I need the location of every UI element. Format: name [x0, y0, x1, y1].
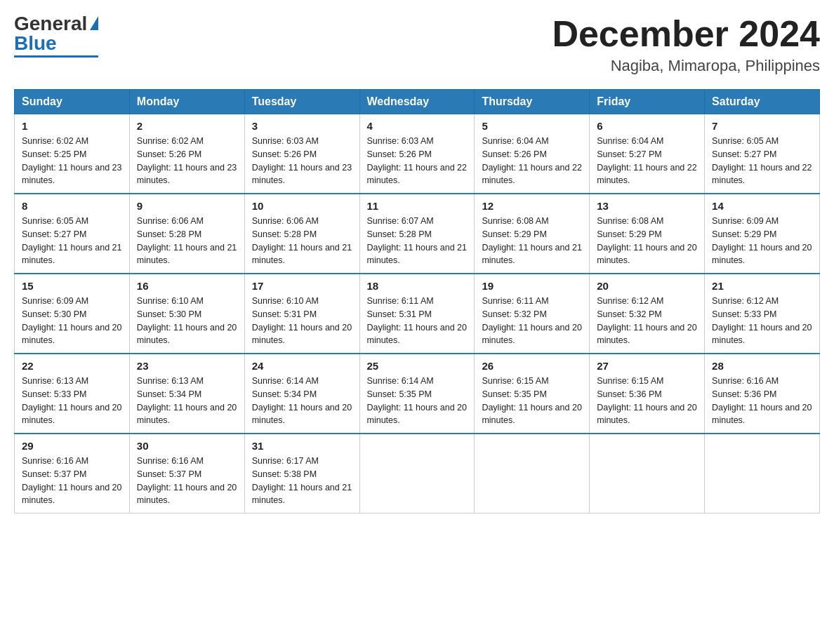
calendar-cell: 6 Sunrise: 6:04 AM Sunset: 5:27 PM Dayli…	[590, 114, 705, 194]
header-tuesday: Tuesday	[244, 90, 359, 114]
day-info: Sunrise: 6:07 AM Sunset: 5:28 PM Dayligh…	[367, 215, 468, 267]
calendar-cell: 15 Sunrise: 6:09 AM Sunset: 5:30 PM Dayl…	[15, 274, 130, 354]
day-info: Sunrise: 6:12 AM Sunset: 5:33 PM Dayligh…	[712, 295, 812, 347]
day-number: 30	[137, 440, 237, 452]
calendar-cell: 24 Sunrise: 6:14 AM Sunset: 5:34 PM Dayl…	[244, 354, 359, 434]
day-number: 16	[137, 280, 237, 292]
day-info: Sunrise: 6:15 AM Sunset: 5:35 PM Dayligh…	[482, 375, 582, 427]
day-info: Sunrise: 6:12 AM Sunset: 5:32 PM Dayligh…	[597, 295, 697, 347]
day-number: 11	[367, 200, 468, 212]
calendar-cell: 9 Sunrise: 6:06 AM Sunset: 5:28 PM Dayli…	[129, 194, 244, 274]
day-info: Sunrise: 6:09 AM Sunset: 5:30 PM Dayligh…	[22, 295, 122, 347]
day-number: 19	[482, 280, 582, 292]
day-info: Sunrise: 6:11 AM Sunset: 5:31 PM Dayligh…	[367, 295, 468, 347]
day-number: 21	[712, 280, 812, 292]
day-info: Sunrise: 6:03 AM Sunset: 5:26 PM Dayligh…	[252, 135, 352, 187]
day-number: 26	[482, 360, 582, 372]
logo-blue-text: Blue	[14, 34, 57, 53]
day-number: 8	[22, 200, 122, 212]
day-info: Sunrise: 6:14 AM Sunset: 5:34 PM Dayligh…	[252, 375, 352, 427]
header-wednesday: Wednesday	[359, 90, 475, 114]
calendar-cell: 21 Sunrise: 6:12 AM Sunset: 5:33 PM Dayl…	[705, 274, 820, 354]
logo: General Blue	[14, 14, 98, 58]
calendar-cell	[475, 434, 590, 514]
calendar-cell: 18 Sunrise: 6:11 AM Sunset: 5:31 PM Dayl…	[359, 274, 475, 354]
day-number: 17	[252, 280, 352, 292]
calendar-cell: 3 Sunrise: 6:03 AM Sunset: 5:26 PM Dayli…	[244, 114, 359, 194]
day-info: Sunrise: 6:11 AM Sunset: 5:32 PM Dayligh…	[482, 295, 582, 347]
calendar-cell: 10 Sunrise: 6:06 AM Sunset: 5:28 PM Dayl…	[244, 194, 359, 274]
day-number: 20	[597, 280, 697, 292]
calendar-cell: 12 Sunrise: 6:08 AM Sunset: 5:29 PM Dayl…	[475, 194, 590, 274]
day-info: Sunrise: 6:06 AM Sunset: 5:28 PM Dayligh…	[252, 215, 352, 267]
day-info: Sunrise: 6:09 AM Sunset: 5:29 PM Dayligh…	[712, 215, 812, 267]
day-number: 2	[137, 120, 237, 132]
page-header: General Blue December 2024 Nagiba, Mimar…	[14, 14, 820, 75]
day-info: Sunrise: 6:17 AM Sunset: 5:38 PM Dayligh…	[252, 455, 352, 507]
day-number: 14	[712, 200, 812, 212]
logo-underline	[14, 55, 98, 58]
day-number: 13	[597, 200, 697, 212]
week-row-1: 1 Sunrise: 6:02 AM Sunset: 5:25 PM Dayli…	[15, 114, 820, 194]
calendar-cell: 14 Sunrise: 6:09 AM Sunset: 5:29 PM Dayl…	[705, 194, 820, 274]
day-number: 23	[137, 360, 237, 372]
day-number: 31	[252, 440, 352, 452]
calendar-cell: 1 Sunrise: 6:02 AM Sunset: 5:25 PM Dayli…	[15, 114, 130, 194]
day-info: Sunrise: 6:02 AM Sunset: 5:26 PM Dayligh…	[137, 135, 237, 187]
day-number: 15	[22, 280, 122, 292]
logo-general-text: General	[14, 14, 87, 34]
calendar-cell: 26 Sunrise: 6:15 AM Sunset: 5:35 PM Dayl…	[475, 354, 590, 434]
calendar-table: SundayMondayTuesdayWednesdayThursdayFrid…	[14, 89, 820, 514]
day-number: 24	[252, 360, 352, 372]
day-info: Sunrise: 6:04 AM Sunset: 5:27 PM Dayligh…	[597, 135, 697, 187]
calendar-cell: 27 Sunrise: 6:15 AM Sunset: 5:36 PM Dayl…	[590, 354, 705, 434]
day-number: 25	[367, 360, 468, 372]
calendar-cell: 16 Sunrise: 6:10 AM Sunset: 5:30 PM Dayl…	[129, 274, 244, 354]
location-title: Nagiba, Mimaropa, Philippines	[552, 57, 820, 75]
header-thursday: Thursday	[475, 90, 590, 114]
day-info: Sunrise: 6:05 AM Sunset: 5:27 PM Dayligh…	[712, 135, 812, 187]
calendar-cell: 23 Sunrise: 6:13 AM Sunset: 5:34 PM Dayl…	[129, 354, 244, 434]
day-info: Sunrise: 6:16 AM Sunset: 5:36 PM Dayligh…	[712, 375, 812, 427]
calendar-cell: 2 Sunrise: 6:02 AM Sunset: 5:26 PM Dayli…	[129, 114, 244, 194]
month-title: December 2024	[552, 14, 820, 54]
week-row-4: 22 Sunrise: 6:13 AM Sunset: 5:33 PM Dayl…	[15, 354, 820, 434]
day-number: 28	[712, 360, 812, 372]
day-info: Sunrise: 6:06 AM Sunset: 5:28 PM Dayligh…	[137, 215, 237, 267]
header-monday: Monday	[129, 90, 244, 114]
day-info: Sunrise: 6:02 AM Sunset: 5:25 PM Dayligh…	[22, 135, 122, 187]
calendar-cell: 4 Sunrise: 6:03 AM Sunset: 5:26 PM Dayli…	[359, 114, 475, 194]
header-row: SundayMondayTuesdayWednesdayThursdayFrid…	[15, 90, 820, 114]
day-info: Sunrise: 6:14 AM Sunset: 5:35 PM Dayligh…	[367, 375, 468, 427]
day-info: Sunrise: 6:04 AM Sunset: 5:26 PM Dayligh…	[482, 135, 582, 187]
calendar-cell	[705, 434, 820, 514]
calendar-cell	[359, 434, 475, 514]
calendar-cell: 17 Sunrise: 6:10 AM Sunset: 5:31 PM Dayl…	[244, 274, 359, 354]
day-number: 22	[22, 360, 122, 372]
calendar-cell: 8 Sunrise: 6:05 AM Sunset: 5:27 PM Dayli…	[15, 194, 130, 274]
day-number: 6	[597, 120, 697, 132]
header-sunday: Sunday	[15, 90, 130, 114]
calendar-cell: 31 Sunrise: 6:17 AM Sunset: 5:38 PM Dayl…	[244, 434, 359, 514]
calendar-cell: 30 Sunrise: 6:16 AM Sunset: 5:37 PM Dayl…	[129, 434, 244, 514]
logo-triangle-icon	[90, 16, 98, 30]
week-row-2: 8 Sunrise: 6:05 AM Sunset: 5:27 PM Dayli…	[15, 194, 820, 274]
day-number: 29	[22, 440, 122, 452]
day-number: 10	[252, 200, 352, 212]
calendar-cell: 20 Sunrise: 6:12 AM Sunset: 5:32 PM Dayl…	[590, 274, 705, 354]
calendar-cell: 13 Sunrise: 6:08 AM Sunset: 5:29 PM Dayl…	[590, 194, 705, 274]
day-number: 4	[367, 120, 468, 132]
day-info: Sunrise: 6:03 AM Sunset: 5:26 PM Dayligh…	[367, 135, 468, 187]
day-info: Sunrise: 6:10 AM Sunset: 5:30 PM Dayligh…	[137, 295, 237, 347]
day-number: 3	[252, 120, 352, 132]
day-number: 1	[22, 120, 122, 132]
week-row-3: 15 Sunrise: 6:09 AM Sunset: 5:30 PM Dayl…	[15, 274, 820, 354]
day-number: 5	[482, 120, 582, 132]
calendar-cell: 19 Sunrise: 6:11 AM Sunset: 5:32 PM Dayl…	[475, 274, 590, 354]
calendar-cell: 11 Sunrise: 6:07 AM Sunset: 5:28 PM Dayl…	[359, 194, 475, 274]
day-info: Sunrise: 6:16 AM Sunset: 5:37 PM Dayligh…	[137, 455, 237, 507]
calendar-cell: 25 Sunrise: 6:14 AM Sunset: 5:35 PM Dayl…	[359, 354, 475, 434]
header-friday: Friday	[590, 90, 705, 114]
calendar-cell: 28 Sunrise: 6:16 AM Sunset: 5:36 PM Dayl…	[705, 354, 820, 434]
day-info: Sunrise: 6:13 AM Sunset: 5:33 PM Dayligh…	[22, 375, 122, 427]
